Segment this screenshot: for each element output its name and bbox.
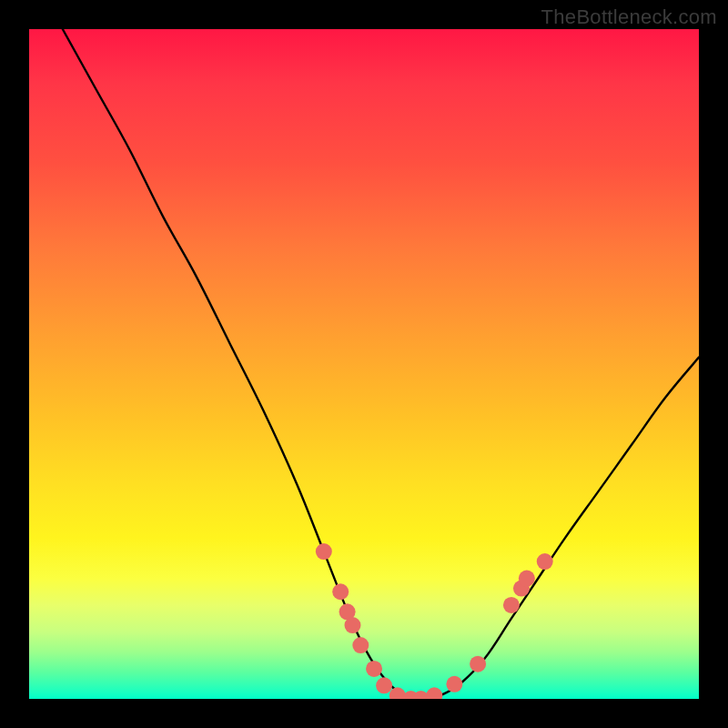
marker-dot	[426, 687, 442, 699]
bottleneck-curve	[63, 29, 699, 699]
marker-dot	[470, 656, 486, 672]
marker-dot	[376, 677, 392, 693]
marker-dot	[344, 617, 360, 633]
marker-dot	[316, 543, 332, 560]
marker-dot	[503, 597, 520, 613]
marker-dot	[352, 637, 369, 653]
marker-dot	[332, 583, 349, 600]
chart-frame: TheBottleneck.com	[0, 0, 728, 728]
watermark-text: TheBottleneck.com	[541, 5, 717, 29]
marker-dot	[519, 571, 535, 587]
chart-svg	[29, 29, 699, 699]
marker-dot	[537, 553, 553, 570]
plot-area	[29, 29, 699, 699]
marker-dot	[366, 661, 382, 677]
highlight-markers	[316, 543, 553, 699]
marker-dot	[446, 676, 462, 693]
